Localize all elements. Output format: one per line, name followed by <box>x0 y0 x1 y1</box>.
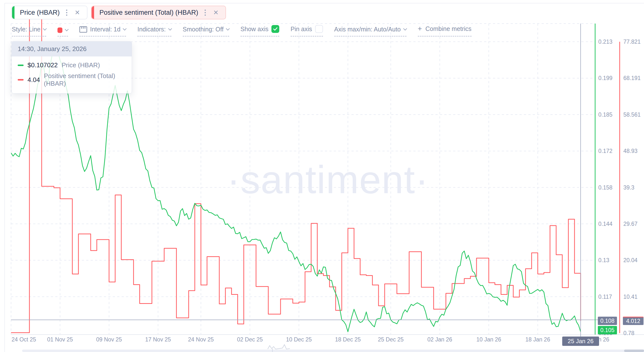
color-swatch <box>58 27 62 33</box>
axis-tick-label: 18 Jan 26 <box>525 336 550 343</box>
axis-tick-label: 0.144 <box>598 221 612 227</box>
combine-metrics-button[interactable]: + Combine metrics <box>418 24 472 36</box>
check-icon <box>273 27 278 31</box>
tab-positive-sentiment-hbar[interactable]: Positive sentiment (Total) (HBAR) ✕ <box>91 6 226 19</box>
axis-tick-label: 0.172 <box>598 148 612 154</box>
axis-tick-label: 0.117 <box>598 294 612 300</box>
axis-tick-label: 29.67 <box>623 221 638 227</box>
axis-tick-label: 10 Jan 26 <box>476 336 501 343</box>
show-axis-label: Show axis <box>240 25 268 33</box>
kebab-menu-icon[interactable] <box>203 8 207 17</box>
axis-tick-label: 10.41 <box>623 294 638 300</box>
axis-tick-label: 24 Oct 25 <box>12 336 36 343</box>
smoothing-label: Smoothing: Off <box>183 26 224 33</box>
axis-tick-label: 0.158 <box>598 184 612 191</box>
combine-metrics-label: Combine metrics <box>426 25 472 32</box>
axis-tick-label: 77.821 <box>623 38 640 45</box>
chevron-down-icon <box>43 26 47 30</box>
price-accent-bar <box>12 6 14 19</box>
tooltip-sentiment-value: 4.04 <box>28 76 40 84</box>
tooltip-price-label: Price (HBAR) <box>62 61 100 69</box>
axis-tick-label: 0.213 <box>598 38 612 45</box>
chevron-down-icon <box>64 27 68 31</box>
price-crosshair-badge: 0.108 <box>598 317 617 325</box>
axis-tick-label: 25 Dec 25 <box>378 336 404 343</box>
axis-tick-label: 48.93 <box>623 148 638 154</box>
scrollbar-preview-sparkline <box>268 345 290 349</box>
axis-tick-label: 18 Dec 25 <box>335 336 361 343</box>
tooltip-row-sentiment: 4.04 Positive sentiment (Total) (HBAR) <box>18 72 126 87</box>
chevron-down-icon <box>168 26 172 30</box>
axis-tick-label: 0.185 <box>598 111 612 118</box>
price-series-marker <box>18 64 24 66</box>
chart-toolbar: Style: Line Interval: 1d Indicators: Smo… <box>12 24 472 36</box>
tab-price-label: Price (HBAR) <box>20 9 60 16</box>
interval-selector[interactable]: Interval: 1d <box>79 26 126 36</box>
plus-icon: + <box>418 24 422 33</box>
chart-tooltip: 14:30, January 25, 2026 $0.107022 Price … <box>12 41 132 93</box>
tooltip-price-value: $0.107022 <box>28 61 58 69</box>
axis-maxmin-label: Axis max/min: Auto/Auto <box>334 26 401 33</box>
pin-axis-checkbox[interactable] <box>315 25 323 33</box>
indicators-label: Indicators: <box>137 26 166 33</box>
axis-tick-label: 10 Dec 25 <box>286 336 312 343</box>
panel-top-border <box>4 3 644 3</box>
sentiment-crosshair-badge: 4.012 <box>623 317 644 325</box>
axis-tick-label: 58.561 <box>623 111 640 118</box>
chevron-down-icon <box>226 26 230 30</box>
tooltip-body: $0.107022 Price (HBAR) 4.04 Positive sen… <box>12 56 132 93</box>
pin-axis-label: Pin axis <box>290 25 312 33</box>
axis-tick-label: 02 Jan 26 <box>427 336 452 343</box>
tooltip-sentiment-label: Positive sentiment (Total) (HBAR) <box>44 72 126 87</box>
color-selector[interactable] <box>58 27 68 36</box>
axis-tick-label: 39.3 <box>623 184 634 191</box>
indicators-selector[interactable]: Indicators: <box>137 26 171 36</box>
axis-tick-label: 20.04 <box>623 257 638 263</box>
tooltip-row-price: $0.107022 Price (HBAR) <box>18 61 126 69</box>
metric-tabs: Price (HBAR) ✕ Positive sentiment (Total… <box>12 6 226 19</box>
tooltip-timestamp: 14:30, January 25, 2026 <box>12 41 132 56</box>
axis-tick-label: 01 Nov 25 <box>47 336 73 343</box>
axis-tick-label: 24 Nov 25 <box>188 336 214 343</box>
close-icon[interactable]: ✕ <box>74 9 81 16</box>
axis-tick-label: 09 Nov 25 <box>96 336 122 343</box>
tab-sentiment-label: Positive sentiment (Total) (HBAR) <box>100 9 198 16</box>
show-axis-checkbox[interactable] <box>272 25 279 33</box>
panel-left-border <box>4 3 5 352</box>
axis-tick-label: 0.78 <box>623 330 634 336</box>
scrollbar-thumb[interactable] <box>624 350 644 352</box>
sentiment-series-marker <box>18 79 24 80</box>
style-label: Style: Line <box>12 26 40 33</box>
chevron-down-icon <box>403 26 407 30</box>
crosshair-date-badge: 25 Jan 26 <box>562 337 599 346</box>
price-last-value-badge: 0.105 <box>598 326 617 334</box>
axis-maxmin-selector[interactable]: Axis max/min: Auto/Auto <box>334 26 406 36</box>
axis-tick-label: 02 Dec 25 <box>237 336 263 343</box>
horizontal-scrollbar[interactable] <box>22 350 644 352</box>
interval-label: Interval: 1d <box>90 26 120 33</box>
ruler-icon <box>79 26 87 33</box>
style-selector[interactable]: Style: Line <box>12 26 46 36</box>
chevron-down-icon <box>123 26 127 30</box>
show-axis-toggle[interactable]: Show axis <box>240 25 279 36</box>
axis-tick-label: 0.199 <box>598 75 612 81</box>
pin-axis-toggle[interactable]: Pin axis <box>290 25 323 36</box>
scrollbar-divider <box>272 349 273 352</box>
axis-tick-label: 0.13 <box>598 257 609 263</box>
tab-price-hbar[interactable]: Price (HBAR) ✕ <box>12 6 88 19</box>
smoothing-selector[interactable]: Smoothing: Off <box>183 26 229 36</box>
kebab-menu-icon[interactable] <box>64 8 69 17</box>
sentiment-accent-bar <box>92 6 94 19</box>
close-icon[interactable]: ✕ <box>212 9 220 16</box>
axis-tick-label: 68.191 <box>623 75 640 81</box>
axis-tick-label: 17 Nov 25 <box>145 336 171 343</box>
